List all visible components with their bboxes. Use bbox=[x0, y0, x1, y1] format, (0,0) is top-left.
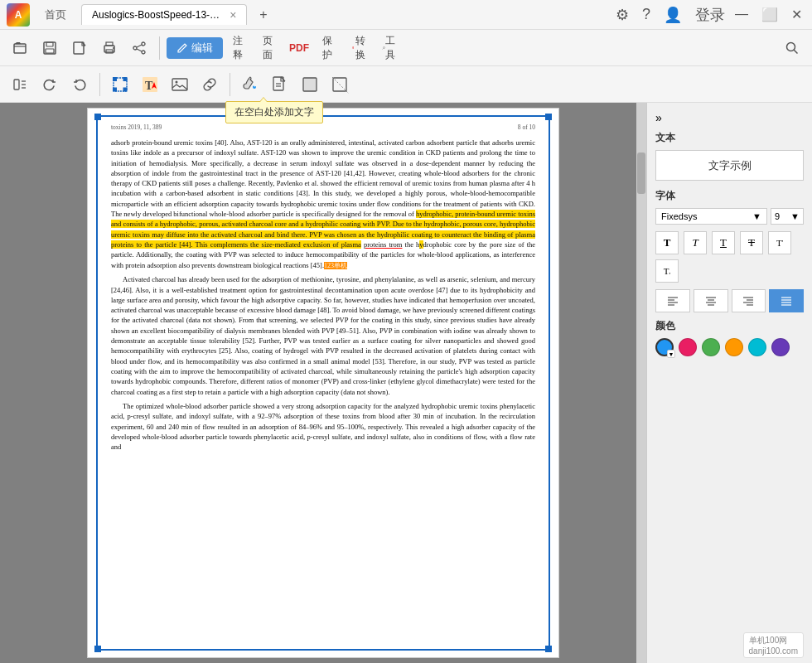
page-label: 页面 bbox=[263, 34, 276, 62]
pdf-page: toxins 2019, 11, 389 8 of 10 adsorb prot… bbox=[87, 108, 559, 658]
color-cyan[interactable] bbox=[748, 338, 766, 356]
align-justify-button[interactable] bbox=[769, 289, 804, 312]
bold-button[interactable]: T bbox=[655, 231, 679, 254]
home-tab[interactable]: 首页 bbox=[36, 4, 75, 26]
tab-close-button[interactable]: × bbox=[230, 8, 236, 22]
watermark-site: 单机100网 bbox=[749, 635, 798, 646]
tooltip-inner-arrow bbox=[260, 98, 267, 102]
share-button[interactable] bbox=[126, 35, 152, 61]
fill-tool[interactable] bbox=[237, 71, 263, 98]
annotate-label: 注释 bbox=[233, 34, 246, 62]
strikethrough-button[interactable]: T bbox=[740, 231, 763, 254]
page-insert-tool[interactable] bbox=[267, 71, 293, 98]
right-panel: » 文本 文字示例 字体 Fixedsys ▼ 9 ▼ T T T T T' bbox=[646, 103, 812, 663]
main-toolbar: 编辑 注释 页面 PDF 保护 PDF 转换 工具 bbox=[0, 30, 812, 66]
title-icons: ⚙ ? 👤 登录 bbox=[616, 5, 725, 25]
svg-rect-8 bbox=[106, 50, 113, 53]
svg-rect-26 bbox=[113, 87, 117, 91]
paragraph-3: The optimized whole-blood adsorber parti… bbox=[111, 401, 535, 452]
select-box-tool[interactable] bbox=[107, 71, 133, 98]
superscript-button[interactable]: T' bbox=[768, 231, 791, 254]
watermark-url: danji100.com bbox=[749, 646, 798, 656]
edit-label: 编辑 bbox=[191, 41, 213, 56]
selection-handle-bl[interactable] bbox=[94, 646, 101, 652]
image-tool[interactable] bbox=[167, 71, 193, 98]
document-tab[interactable]: Auslogics-BoostSpeed-13-Us... × bbox=[81, 4, 247, 25]
tools-label: 工具 bbox=[385, 34, 395, 62]
font-size-select[interactable]: 9 ▼ bbox=[771, 208, 804, 225]
edit-toolbar: T bbox=[0, 66, 812, 103]
close-button[interactable]: ✕ bbox=[788, 7, 805, 22]
save-button[interactable] bbox=[36, 35, 63, 61]
crop-tool[interactable] bbox=[326, 71, 353, 98]
pdf-label: PDF bbox=[289, 42, 309, 54]
paragraph-1: adsorb protein-bound uremic toxins [40].… bbox=[111, 138, 535, 270]
italic-button[interactable]: T bbox=[684, 231, 707, 254]
color-dropdown-arrow[interactable]: ▼ bbox=[667, 350, 675, 358]
link-tool[interactable] bbox=[196, 71, 223, 98]
undo-button[interactable] bbox=[66, 71, 93, 98]
selection-handle-tr[interactable] bbox=[545, 114, 552, 120]
annotate-button[interactable]: 注释 bbox=[226, 35, 253, 61]
underline-button[interactable]: T bbox=[712, 231, 735, 254]
color-pink[interactable] bbox=[679, 338, 697, 356]
selection-handle-tl[interactable] bbox=[94, 114, 101, 120]
scrollbar[interactable] bbox=[636, 103, 646, 663]
new-tab-button[interactable]: + bbox=[254, 5, 273, 25]
redo-button[interactable] bbox=[36, 71, 63, 98]
svg-point-12 bbox=[142, 51, 145, 54]
align-right-button[interactable] bbox=[732, 289, 766, 312]
minimize-button[interactable]: — bbox=[732, 7, 752, 22]
protect-label: 保护 bbox=[322, 34, 336, 62]
align-left-button[interactable] bbox=[655, 289, 690, 312]
convert-button[interactable]: PDF 转换 bbox=[346, 35, 372, 61]
color-picker-row: ▼ bbox=[655, 338, 804, 356]
svg-rect-27 bbox=[123, 87, 128, 91]
protect-button[interactable]: 保护 bbox=[316, 35, 342, 61]
align-center-button[interactable] bbox=[694, 289, 728, 312]
color-purple[interactable] bbox=[771, 338, 790, 356]
color-orange[interactable] bbox=[725, 338, 743, 356]
tooltip: 在空白处添加文字 bbox=[225, 101, 323, 123]
page-button[interactable]: 页面 bbox=[256, 35, 283, 61]
selection-handle-br[interactable] bbox=[545, 646, 552, 652]
toolbar2-sep2 bbox=[230, 73, 230, 96]
pdf-button[interactable]: PDF bbox=[286, 35, 312, 61]
edit-button[interactable]: 编辑 bbox=[167, 37, 223, 59]
help-icon[interactable]: ? bbox=[642, 6, 650, 23]
search-button[interactable] bbox=[779, 35, 805, 61]
scroll-thumb[interactable] bbox=[637, 152, 645, 194]
svg-point-9 bbox=[113, 47, 114, 49]
open-button[interactable] bbox=[7, 35, 33, 61]
watermark: 单机100网 danji100.com bbox=[743, 632, 804, 658]
login-button[interactable]: 登录 bbox=[695, 5, 725, 25]
svg-point-10 bbox=[142, 42, 145, 46]
color-green[interactable] bbox=[702, 338, 720, 356]
window-controls: — ⬜ ✕ bbox=[732, 7, 805, 22]
style-buttons-row: T T T T T' T, bbox=[655, 231, 804, 283]
svg-line-13 bbox=[137, 45, 142, 47]
app-logo: A bbox=[7, 3, 30, 27]
svg-rect-0 bbox=[14, 44, 26, 53]
font-name-select[interactable]: Fixedsys ▼ bbox=[655, 208, 767, 225]
user-icon[interactable]: 👤 bbox=[664, 6, 682, 24]
text-tool[interactable]: T bbox=[137, 71, 163, 98]
maximize-button[interactable]: ⬜ bbox=[758, 7, 781, 22]
page-number: 8 of 10 bbox=[518, 123, 535, 133]
tab-title: Auslogics-BoostSpeed-13-Us... bbox=[92, 9, 223, 21]
subscript-button[interactable]: T, bbox=[655, 259, 679, 283]
print-button[interactable] bbox=[96, 35, 123, 61]
resize-tool[interactable] bbox=[297, 71, 323, 98]
svg-text:PDF: PDF bbox=[353, 47, 355, 48]
panel-toggle[interactable]: » bbox=[655, 111, 804, 124]
svg-rect-19 bbox=[14, 80, 19, 90]
annotation-badge: 123单机 bbox=[324, 262, 347, 269]
font-name-value: Fixedsys bbox=[661, 211, 697, 221]
tools-button[interactable]: 工具 bbox=[375, 35, 402, 61]
panel-toggle-button[interactable] bbox=[7, 71, 33, 98]
convert-label: 转换 bbox=[355, 34, 365, 62]
settings-icon[interactable]: ⚙ bbox=[616, 6, 629, 24]
saveas-button[interactable] bbox=[66, 35, 93, 61]
svg-rect-24 bbox=[113, 77, 117, 81]
page-header: toxins 2019, 11, 389 8 of 10 bbox=[111, 123, 535, 133]
